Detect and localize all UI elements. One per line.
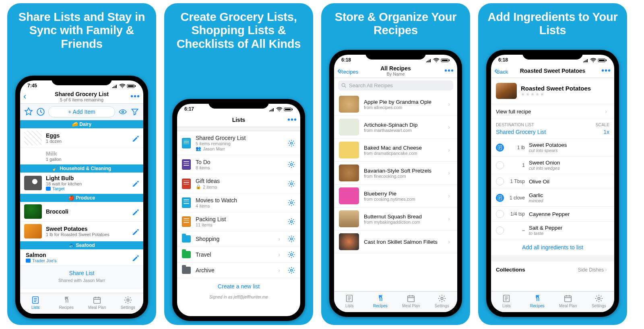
gear-icon[interactable]: [287, 180, 295, 188]
ingredient-qty: 1/4 tsp: [508, 211, 525, 217]
list-row[interactable]: Gift Ideas🔒2 items: [177, 174, 300, 193]
dest-label: DESTINATION LIST: [496, 122, 596, 127]
recipe-thumb: [339, 142, 359, 158]
checkbox-off[interactable]: [496, 226, 504, 234]
tab-settings[interactable]: Settings: [427, 294, 458, 308]
list-row[interactable]: To Do8 items: [177, 155, 300, 174]
signed-in-label: Signed in as jeff@jeffhunter.me: [177, 294, 300, 305]
hero-image: [496, 83, 517, 99]
recipe-row[interactable]: Baked Mac and Cheesefrom dramaticpancake…: [334, 139, 457, 162]
create-list-button[interactable]: Create a new list: [177, 278, 300, 294]
tab-mealplan[interactable]: Meal Plan: [396, 294, 427, 308]
ingredient-row[interactable]: –Salt & Pepperto taste: [491, 222, 614, 239]
recipe-row[interactable]: Blueberry Piefrom cooking.nytimes.com ›: [334, 185, 457, 208]
share-list-button[interactable]: Share List: [20, 270, 143, 276]
search-input[interactable]: Search All Recipes: [338, 80, 453, 90]
ingredient-qty: 1 clove: [508, 195, 525, 201]
checkbox-off[interactable]: [496, 210, 504, 218]
recipe-row[interactable]: Bavarian-Style Soft Pretzelsfrom finecoo…: [334, 162, 457, 185]
gear-icon[interactable]: [287, 160, 295, 169]
gear-icon[interactable]: [287, 218, 295, 226]
status-time: 7:45: [27, 83, 37, 88]
recent-icon[interactable]: [36, 107, 45, 116]
checkbox-on[interactable]: [496, 144, 504, 152]
more-icon[interactable]: •••: [287, 115, 297, 124]
back-button[interactable]: ‹Back: [494, 66, 508, 76]
recipe-row[interactable]: Butternut Squash Breadfrom mybakingaddic…: [334, 208, 457, 230]
category-produce: 🍎 Produce: [20, 194, 143, 202]
gear-icon[interactable]: [287, 235, 295, 243]
recipe-row[interactable]: Apple Pie by Grandma Oplefrom allrecipes…: [334, 93, 457, 116]
checkbox-on[interactable]: [496, 194, 504, 202]
item-row-bulb[interactable]: Light Bulb 18 watt for kitchen Target: [20, 173, 143, 194]
item-row-salmon[interactable]: Salmon Trader Joe's: [20, 249, 143, 266]
back-icon[interactable]: ‹: [23, 91, 26, 102]
gear-icon[interactable]: [287, 266, 295, 274]
ingredient-row[interactable]: 1 TbspOlive Oil: [491, 174, 614, 189]
item-row-sweet-potatoes[interactable]: Sweet Potatoes1 lb for Roasted Sweet Pot…: [20, 222, 143, 241]
collections-row[interactable]: Collections Side Dishes ›: [491, 261, 614, 278]
status-time: 6:18: [341, 57, 351, 63]
list-row[interactable]: Archive›: [177, 263, 300, 278]
tab-settings[interactable]: Settings: [584, 294, 615, 308]
list-row[interactable]: Movies to Watch4 items: [177, 193, 300, 212]
chevron-right-icon: ›: [448, 147, 450, 153]
edit-icon[interactable]: [132, 179, 139, 187]
ingredient-row[interactable]: 1Sweet Onioncut into wedges: [491, 156, 614, 174]
list-icon: [182, 197, 191, 208]
gear-icon[interactable]: [287, 251, 295, 259]
tab-lists[interactable]: Lists: [491, 294, 522, 308]
view-full-recipe[interactable]: View full recipe›: [491, 104, 614, 119]
tab-recipes[interactable]: Recipes: [365, 294, 396, 308]
recipe-thumb: [339, 210, 359, 227]
recipe-row[interactable]: Cast Iron Skillet Salmon Fillets ›: [334, 230, 457, 253]
gear-icon[interactable]: [287, 199, 295, 207]
edit-icon[interactable]: [132, 208, 139, 215]
page-title: Roasted Sweet Potatoes: [520, 68, 586, 74]
item-row-broccoli[interactable]: Broccoli: [20, 202, 143, 222]
edit-icon[interactable]: [132, 134, 139, 142]
view-icon[interactable]: [118, 107, 127, 116]
add-item-button[interactable]: + Add Item: [48, 106, 115, 117]
recipe-thumb: [339, 119, 359, 136]
ingredient-row[interactable]: 1 lbSweet Potatoescut into spears: [491, 139, 614, 156]
item-row-eggs[interactable]: Eggs1 dozen: [20, 128, 143, 148]
recipe-row[interactable]: Artichoke-Spinach Dipfrom marthastewart.…: [334, 116, 457, 139]
status-icons: [269, 106, 293, 112]
hero-title: Roasted Sweet Potatoes: [521, 85, 591, 92]
scale-label: SCALE: [596, 122, 609, 127]
list-row[interactable]: Packing List11 items: [177, 212, 300, 231]
checkbox-off[interactable]: [496, 161, 504, 169]
gear-icon[interactable]: [287, 139, 295, 147]
tab-recipes[interactable]: Recipes: [51, 296, 82, 310]
ingredient-row[interactable]: 1/4 tspCayenne Pepper: [491, 207, 614, 222]
filter-icon[interactable]: [130, 107, 139, 116]
more-icon[interactable]: •••: [444, 66, 454, 75]
dest-list-button[interactable]: Shared Grocery List: [496, 129, 546, 135]
promo-panel-1: Share Lists and Stay in Sync with Family…: [7, 3, 156, 325]
list-row[interactable]: Travel›: [177, 247, 300, 263]
tab-lists[interactable]: Lists: [20, 296, 51, 310]
category-dairy: 🧀 Dairy: [20, 120, 143, 128]
more-icon[interactable]: •••: [601, 66, 611, 75]
tab-mealplan[interactable]: Meal Plan: [553, 294, 584, 308]
add-all-button[interactable]: Add all ingredients to list: [491, 239, 614, 256]
ingredient-qty: 1: [508, 162, 525, 168]
ingredient-row[interactable]: 1 cloveGarlicminced: [491, 189, 614, 207]
tab-recipes[interactable]: Recipes: [522, 294, 553, 308]
item-row-milk[interactable]: Milk1 gallon: [20, 148, 143, 164]
list-icon: [182, 179, 191, 189]
back-button[interactable]: ‹Recipes: [337, 66, 358, 76]
tab-lists[interactable]: Lists: [334, 294, 365, 308]
checkbox-off[interactable]: [496, 177, 504, 185]
tab-mealplan[interactable]: Meal Plan: [82, 296, 113, 310]
more-icon[interactable]: •••: [130, 92, 140, 101]
favorite-icon[interactable]: [24, 107, 33, 116]
edit-icon[interactable]: [132, 228, 139, 235]
tab-settings[interactable]: Settings: [113, 296, 144, 310]
chevron-right-icon: ›: [448, 101, 450, 107]
scale-button[interactable]: 1x: [603, 129, 609, 135]
edit-icon[interactable]: [132, 254, 139, 261]
list-row[interactable]: Shared Grocery List5 items remaining👥Jas…: [177, 131, 300, 155]
list-row[interactable]: Shopping›: [177, 231, 300, 247]
